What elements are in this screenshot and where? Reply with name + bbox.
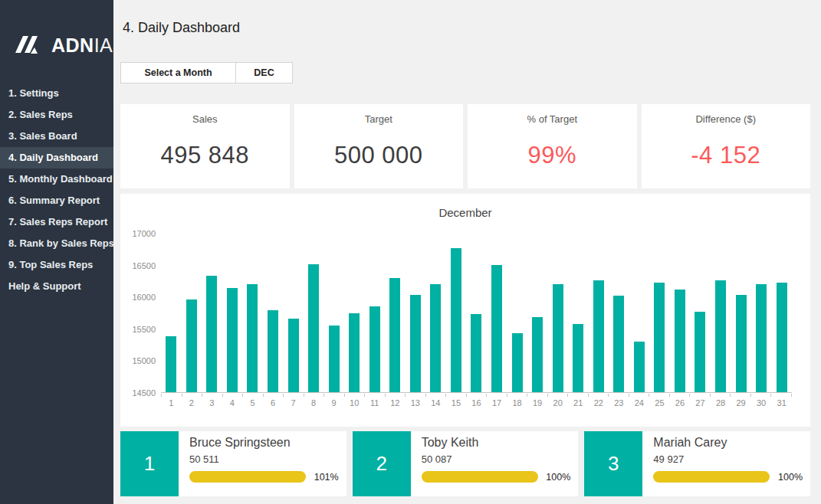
daily-sales-chart: December 1234567891011121314151617181920…	[120, 194, 810, 427]
bar-slot	[771, 234, 792, 392]
sidebar-item-9-top-sales-reps[interactable]: 9. Top Sales Reps	[0, 254, 113, 276]
rep-progress-row: 101%	[189, 471, 339, 483]
top-rep-card: 3Mariah Carey49 927100%	[584, 431, 810, 496]
x-axis-tick-label: 11	[364, 398, 385, 407]
sidebar-item-3-sales-board[interactable]: 3. Sales Board	[0, 126, 113, 147]
bar-slot	[182, 234, 202, 392]
rep-percent: 100%	[778, 472, 803, 483]
chart-plot-area	[161, 234, 792, 393]
x-axis-tick-label: 20	[547, 398, 568, 407]
tick	[264, 394, 284, 397]
chart-axis-ticks	[161, 394, 792, 397]
tick	[527, 394, 548, 397]
tick	[751, 394, 772, 397]
top-rep-body: Toby Keith50 087100%	[411, 431, 579, 496]
bar-day-22	[593, 280, 604, 392]
x-axis-tick-label: 28	[711, 398, 731, 407]
bar-day-31	[777, 283, 787, 392]
x-axis-tick-label: 9	[323, 398, 344, 407]
bar-slot	[323, 234, 344, 392]
bar-slot	[670, 234, 691, 392]
tick	[426, 394, 447, 397]
bar-day-29	[736, 295, 747, 392]
bar-day-20	[553, 284, 563, 392]
bar-slot	[263, 234, 284, 392]
x-axis-tick-label: 14	[425, 398, 446, 407]
bar-day-15	[451, 248, 461, 392]
tick	[202, 394, 223, 397]
kpi-label: Difference ($)	[642, 113, 811, 125]
bar-slot	[711, 234, 731, 392]
month-selector-value[interactable]: DEC	[236, 63, 292, 83]
sidebar-item-6-summary-report[interactable]: 6. Summary Report	[0, 190, 113, 211]
bar-day-10	[349, 313, 360, 392]
sidebar-item-1-settings[interactable]: 1. Settings	[0, 83, 113, 104]
rank-badge: 2	[353, 431, 411, 496]
month-selector-label[interactable]: Select a Month	[121, 63, 236, 83]
progress-track	[189, 471, 306, 483]
rep-progress-row: 100%	[422, 471, 571, 483]
kpi-value: -4 152	[642, 142, 811, 169]
x-axis-tick-label: 24	[629, 398, 650, 407]
x-axis-tick-label: 27	[690, 398, 711, 407]
bar-slot	[629, 234, 650, 392]
bar-day-12	[389, 278, 400, 392]
x-axis-tick-label: 5	[242, 398, 263, 407]
rep-name: Mariah Carey	[653, 436, 803, 450]
x-axis-tick-label: 12	[385, 398, 406, 407]
bar-slot	[242, 234, 263, 392]
tick	[386, 394, 406, 397]
y-axis-tick-label: 17000	[126, 229, 156, 238]
bar-slot	[222, 234, 243, 392]
month-selector: Select a Month DEC	[120, 62, 293, 83]
bar-day-17	[491, 265, 502, 392]
rank-badge: 1	[120, 431, 179, 496]
sidebar-item-help-support[interactable]: Help & Support	[0, 276, 113, 297]
bar-slot	[385, 234, 406, 392]
bar-slot	[202, 234, 222, 392]
bar-slot	[364, 234, 385, 392]
tick	[243, 394, 264, 397]
top-rep-body: Mariah Carey49 927100%	[642, 431, 810, 496]
bar-day-3	[206, 276, 217, 392]
tick	[731, 394, 751, 397]
x-axis-tick-label: 21	[568, 398, 589, 407]
progress-track	[422, 471, 538, 483]
tick	[771, 394, 792, 397]
x-axis-tick-label: 29	[731, 398, 751, 407]
sidebar-item-4-daily-dashboard[interactable]: 4. Daily Dashboard	[0, 147, 113, 169]
kpi-card: Sales495 848	[120, 104, 290, 188]
tick	[589, 394, 609, 397]
tick	[507, 394, 528, 397]
tick	[487, 394, 507, 397]
kpi-value: 500 000	[294, 142, 464, 169]
chart-title: December	[120, 206, 810, 219]
bar-slot	[466, 234, 487, 392]
logo-text-light: IA	[94, 34, 113, 56]
x-axis-tick-label: 23	[609, 398, 629, 407]
sidebar-item-8-rank-by-sales-reps[interactable]: 8. Rank by Sales Reps	[0, 233, 113, 254]
x-axis-tick-label: 30	[751, 398, 772, 407]
y-axis-tick-label: 16000	[126, 293, 156, 302]
bar-slot	[406, 234, 426, 392]
main-content: 4. Daily Dashboard Select a Month DEC Sa…	[113, 0, 821, 504]
sidebar-item-5-monthly-dashboard[interactable]: 5. Monthly Dashboard	[0, 169, 113, 190]
x-axis-tick-label: 13	[406, 398, 426, 407]
kpi-label: Target	[294, 113, 464, 125]
kpi-card: Target500 000	[294, 104, 464, 188]
x-axis-tick-label: 7	[283, 398, 304, 407]
tick	[609, 394, 629, 397]
rep-sales-value: 50 087	[422, 453, 571, 465]
rep-percent: 101%	[314, 472, 339, 483]
kpi-value: 495 848	[120, 142, 290, 169]
bar-day-21	[573, 324, 583, 392]
bar-day-18	[512, 333, 523, 392]
bar-slot	[283, 234, 304, 392]
bar-slot	[507, 234, 527, 392]
y-axis-tick-label: 15000	[126, 356, 156, 365]
sidebar-item-7-sales-reps-report[interactable]: 7. Sales Reps Report	[0, 211, 113, 233]
bar-slot	[751, 234, 772, 392]
top-rep-card: 1Bruce Springsteen50 511101%	[120, 431, 346, 496]
sidebar-item-2-sales-reps[interactable]: 2. Sales Reps	[0, 104, 113, 126]
tick	[548, 394, 569, 397]
